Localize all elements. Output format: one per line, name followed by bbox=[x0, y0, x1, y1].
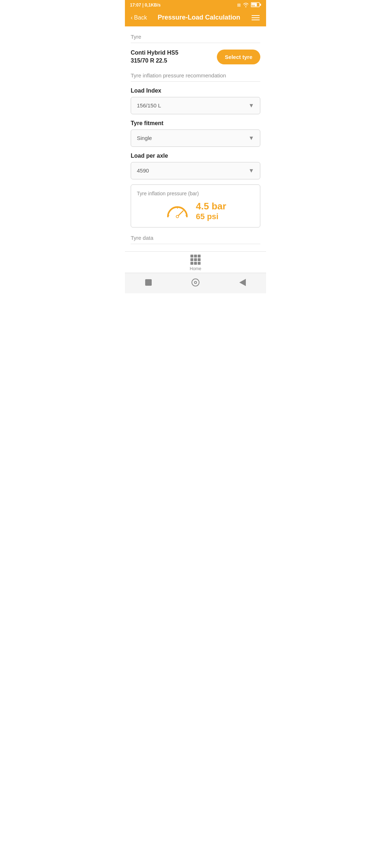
load-per-axle-label: Load per axle bbox=[131, 153, 260, 159]
status-bar: 17:07 | 0,1KB/s ⊠ 68 bbox=[125, 0, 266, 10]
tyre-fitment-value: Single bbox=[137, 135, 152, 141]
recent-apps-icon bbox=[145, 279, 152, 286]
menu-button[interactable] bbox=[251, 14, 260, 21]
main-content: Tyre Conti Hybrid HS5 315/70 R 22.5 Sele… bbox=[125, 26, 266, 251]
status-time: 17:07 bbox=[130, 3, 141, 8]
status-icons: ⊠ 68 bbox=[237, 2, 261, 8]
load-index-dropdown[interactable]: 156/150 L ▼ bbox=[131, 97, 260, 114]
svg-rect-1 bbox=[260, 4, 261, 6]
tyre-data-section-label: Tyre data bbox=[131, 235, 260, 244]
select-tyre-button[interactable]: Select tyre bbox=[217, 50, 260, 64]
chevron-down-icon: ▼ bbox=[248, 135, 254, 141]
pressure-result-box: Tyre inflation pressure (bar) 4.5 bar 65… bbox=[131, 184, 260, 227]
hamburger-icon bbox=[252, 15, 260, 16]
grid-dot bbox=[194, 258, 197, 261]
grid-dot bbox=[198, 255, 201, 258]
tyre-section-label: Tyre bbox=[131, 34, 260, 43]
battery-icon: 68 bbox=[251, 2, 261, 8]
pressure-gauge-icon bbox=[165, 202, 190, 220]
nav-recent-button[interactable] bbox=[142, 276, 155, 289]
load-index-value: 156/150 L bbox=[137, 102, 161, 109]
tyre-name: Conti Hybrid HS5 315/70 R 22.5 bbox=[131, 49, 178, 65]
nav-back-button[interactable] bbox=[236, 276, 249, 289]
nav-home-button[interactable] bbox=[189, 276, 202, 289]
grid-dot bbox=[190, 255, 193, 258]
hamburger-icon bbox=[252, 17, 260, 18]
status-time-network: 17:07 | 0,1KB/s bbox=[130, 3, 161, 8]
page-title: Pressure-Load Calculation bbox=[147, 14, 251, 21]
pressure-psi-value: 65 psi bbox=[196, 212, 226, 221]
back-button[interactable]: ‹ Back bbox=[131, 14, 147, 21]
grid-dot bbox=[194, 255, 197, 258]
pressure-values: 4.5 bar 65 psi bbox=[196, 201, 226, 221]
grid-dot bbox=[198, 262, 201, 265]
hamburger-icon bbox=[252, 20, 260, 20]
grid-dot bbox=[190, 258, 193, 261]
grid-dot bbox=[198, 258, 201, 261]
home-grid-icon bbox=[190, 255, 201, 265]
pressure-bar-value: 4.5 bar bbox=[196, 201, 226, 212]
tyre-fitment-label: Tyre fitment bbox=[131, 120, 260, 127]
pressure-display: 4.5 bar 65 psi bbox=[137, 201, 254, 221]
bottom-nav: Home bbox=[125, 251, 266, 273]
grid-dot bbox=[190, 262, 193, 265]
sim-icon: ⊠ bbox=[237, 3, 241, 8]
tyre-fitment-dropdown[interactable]: Single ▼ bbox=[131, 129, 260, 147]
header: ‹ Back Pressure-Load Calculation bbox=[125, 10, 266, 26]
chevron-down-icon: ▼ bbox=[248, 167, 254, 174]
load-per-axle-value: 4590 bbox=[137, 167, 149, 174]
back-arrow-icon: ‹ bbox=[131, 14, 133, 21]
tyre-row: Conti Hybrid HS5 315/70 R 22.5 Select ty… bbox=[131, 49, 260, 65]
back-icon bbox=[239, 279, 246, 286]
wifi-icon bbox=[243, 2, 249, 8]
back-label: Back bbox=[134, 14, 147, 21]
chevron-down-icon: ▼ bbox=[248, 102, 254, 109]
tyre-model: Conti Hybrid HS5 bbox=[131, 49, 178, 57]
svg-text:68: 68 bbox=[252, 4, 255, 7]
inflation-section-label: Tyre inflation pressure recommendation bbox=[131, 72, 260, 82]
navigation-bar bbox=[125, 273, 266, 293]
tyre-size: 315/70 R 22.5 bbox=[131, 57, 178, 65]
pressure-box-label: Tyre inflation pressure (bar) bbox=[137, 191, 254, 196]
load-index-label: Load Index bbox=[131, 88, 260, 94]
load-per-axle-dropdown[interactable]: 4590 ▼ bbox=[131, 162, 260, 179]
home-label: Home bbox=[190, 266, 201, 271]
svg-point-9 bbox=[176, 216, 178, 218]
home-nav-button[interactable]: Home bbox=[125, 255, 266, 271]
svg-line-8 bbox=[177, 211, 183, 217]
home-button-icon bbox=[192, 278, 199, 286]
status-network: 0,1KB/s bbox=[145, 3, 161, 8]
grid-dot bbox=[194, 262, 197, 265]
